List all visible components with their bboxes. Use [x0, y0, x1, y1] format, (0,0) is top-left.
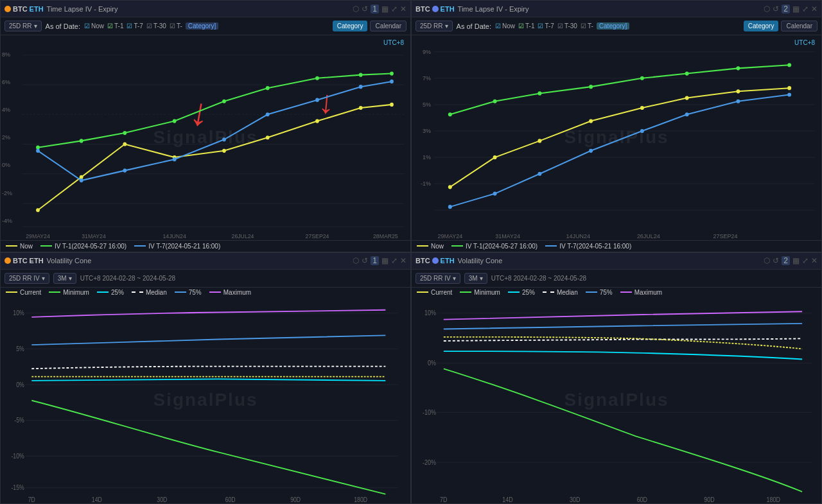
close-icon-bl[interactable]: ✕ — [400, 256, 407, 265]
refresh-icon-bl[interactable]: ↺ — [362, 256, 368, 265]
number-icon[interactable]: 1 — [371, 4, 379, 13]
svg-text:0%: 0% — [428, 359, 436, 367]
dropdown-arrow-r: ▾ — [445, 22, 448, 30]
svg-text:27SEP24: 27SEP24 — [306, 233, 329, 239]
btc-label-right[interactable]: BTC — [415, 5, 430, 13]
filter-group-top-left: Now T-1 T-7 T-30 T- Category] — [84, 22, 218, 30]
vol-dropdown1-br[interactable]: 25D RR IV ▾ — [415, 273, 460, 284]
eth-label-bl[interactable]: ETH — [30, 257, 44, 265]
legend-label-max-br: Maximum — [634, 289, 662, 296]
refresh-icon[interactable]: ↺ — [362, 4, 368, 13]
expand-icon-br[interactable]: ⤢ — [802, 256, 809, 265]
expand-icon[interactable]: ⤢ — [391, 4, 398, 13]
grid-icon[interactable]: ▦ — [381, 4, 389, 13]
legend-min-br: Minimum — [460, 289, 500, 296]
close-icon-r[interactable]: ✕ — [811, 4, 818, 13]
number-icon-r[interactable]: 2 — [782, 4, 790, 13]
legend-line-min-br — [460, 291, 471, 293]
legend-t7: IV T-7(2024-05-21 16:00) — [134, 243, 220, 250]
vol-dropdown1-bl[interactable]: 25D RR IV ▾ — [4, 273, 49, 284]
svg-text:7%: 7% — [423, 75, 431, 82]
legend-line-current-br — [417, 291, 428, 293]
extra-filter[interactable]: Category] — [186, 22, 218, 30]
number-icon-bl[interactable]: 1 — [371, 256, 379, 265]
grid-icon-bl[interactable]: ▦ — [381, 256, 389, 265]
legend-label-t1: IV T-1(2024-05-27 16:00) — [55, 243, 127, 250]
legend-line-t7-r — [545, 245, 557, 247]
filter-t1[interactable]: T-1 — [107, 22, 123, 30]
coin-badge-bottom-right: BTC ETH — [415, 257, 455, 265]
svg-point-28 — [173, 157, 177, 161]
refresh-icon-r[interactable]: ↺ — [773, 4, 779, 13]
rr-dropdown-top-left[interactable]: 25D RR ▾ — [4, 21, 42, 31]
refresh-icon-br[interactable]: ↺ — [773, 256, 779, 265]
legend-label-now: Now — [20, 243, 33, 250]
header-icons-bottom-right: ⬡ ↺ 2 ▦ ⤢ ✕ — [764, 256, 818, 265]
legend-label-min-bl: Minimum — [63, 289, 89, 296]
legend-line-25-bl — [97, 291, 109, 293]
right-btns-top-left: Category Calendar — [333, 21, 407, 31]
legend-label-current-br: Current — [431, 289, 452, 296]
legend-top-left: Now IV T-1(2024-05-27 16:00) IV T-7(2024… — [1, 240, 410, 252]
eth-label[interactable]: ETH — [30, 5, 44, 13]
filter-extra-r[interactable]: T- — [581, 22, 593, 30]
svg-point-48 — [493, 155, 497, 159]
dropdown-arrow2-bl: ▾ — [69, 275, 72, 282]
legend-median-bl: Median — [132, 289, 167, 296]
grid-icon-r[interactable]: ▦ — [792, 4, 800, 13]
calendar-button-top-right[interactable]: Calendar — [781, 21, 818, 31]
vol-dropdown2-br[interactable]: 3M ▾ — [464, 273, 487, 284]
svg-point-53 — [736, 89, 740, 93]
svg-text:30D: 30D — [570, 496, 580, 503]
filter-extra[interactable]: T- — [170, 22, 182, 30]
legend-line-now — [6, 245, 17, 247]
filter-t30-r[interactable]: T-30 — [557, 22, 577, 30]
legend-line-current-bl — [6, 291, 17, 293]
dropdown-arrow: ▾ — [34, 22, 37, 30]
btc-label-br[interactable]: BTC — [415, 257, 430, 265]
external-link-icon-br[interactable]: ⬡ — [764, 256, 770, 265]
chart-svg-top-right: 29MAY24 31MAY24 14JUN24 26JUL24 27SEP24 … — [412, 35, 821, 240]
expand-icon-bl[interactable]: ⤢ — [391, 256, 398, 265]
close-icon-br[interactable]: ✕ — [811, 256, 818, 265]
coin-badge-top-right: BTC ETH — [415, 5, 455, 13]
header-icons-bottom-left: ⬡ ↺ 1 ▦ ⤢ ✕ — [353, 256, 407, 265]
svg-text:10%: 10% — [13, 309, 24, 317]
category-button-top-left[interactable]: Category — [333, 21, 368, 31]
filter-now-r[interactable]: Now — [495, 22, 515, 30]
calendar-button-top-left[interactable]: Calendar — [370, 21, 407, 31]
legend-now: Now — [6, 243, 33, 250]
filter-t7[interactable]: T-7 — [127, 22, 143, 30]
extra-filter-r[interactable]: Category] — [597, 22, 629, 30]
svg-point-65 — [538, 172, 541, 176]
vol-dropdown2-bl[interactable]: 3M ▾ — [53, 273, 76, 284]
external-link-icon-r[interactable]: ⬡ — [764, 4, 770, 13]
rr-dropdown-top-right[interactable]: 25D RR ▾ — [415, 21, 453, 31]
legend-line-min-bl — [49, 291, 60, 293]
btc-dot-bl — [4, 257, 11, 264]
panel-top-right: BTC ETH Time Lapse IV - Expiry ⬡ ↺ 2 ▦ ⤢… — [411, 0, 822, 252]
close-icon[interactable]: ✕ — [400, 4, 407, 13]
svg-point-27 — [123, 169, 127, 173]
filter-t30[interactable]: T-30 — [146, 22, 166, 30]
eth-label-right[interactable]: ETH — [441, 5, 455, 13]
legend-line-75-br — [586, 291, 597, 293]
btc-label-bl[interactable]: BTC — [13, 257, 28, 265]
filter-t1-r[interactable]: T-1 — [518, 22, 534, 30]
number-icon-br[interactable]: 2 — [782, 256, 790, 265]
expand-icon-r[interactable]: ⤢ — [802, 4, 809, 13]
vol-d1-label-br: 25D RR IV — [420, 275, 451, 282]
right-btns-top-right: Category Calendar — [744, 21, 818, 31]
btc-label[interactable]: BTC — [13, 5, 28, 13]
filter-now[interactable]: Now — [84, 22, 104, 30]
legend-75-br: 75% — [586, 289, 613, 296]
external-link-icon[interactable]: ⬡ — [353, 4, 359, 13]
filter-t7-r[interactable]: T-7 — [538, 22, 554, 30]
category-button-top-right[interactable]: Category — [744, 21, 779, 31]
svg-point-60 — [685, 72, 689, 76]
vol-d1-label-bl: 25D RR IV — [9, 275, 40, 282]
main-grid: BTC ETH Time Lapse IV - Expiry ⬡ ↺ 1 ▦ ⤢… — [0, 0, 822, 504]
grid-icon-br[interactable]: ▦ — [792, 256, 800, 265]
eth-label-br[interactable]: ETH — [441, 257, 455, 265]
external-link-icon-bl[interactable]: ⬡ — [353, 256, 359, 265]
